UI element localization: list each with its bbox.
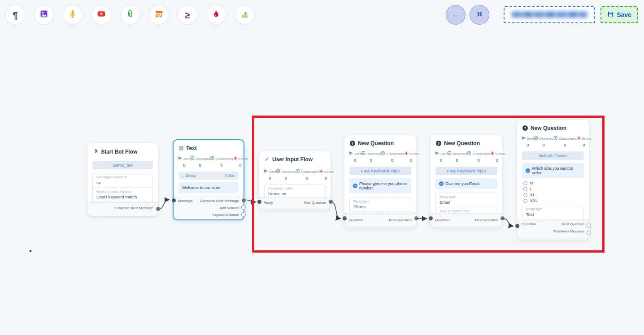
next-question-port[interactable] [414, 216, 418, 220]
stat-label: Delivered [281, 170, 296, 174]
flow-name-input[interactable] [504, 6, 595, 23]
image-element-button[interactable] [34, 5, 54, 25]
field-value: Email [439, 200, 493, 205]
node-user-input-flow[interactable]: User Input Flow Sent0 Delivered0 Subscri… [259, 151, 331, 210]
save-button[interactable]: Save [600, 6, 638, 23]
output-label: Compose Next Message [200, 199, 239, 203]
thankyou-message-port[interactable] [587, 231, 591, 235]
paperclip-icon [126, 9, 135, 20]
matching-type-field[interactable]: Keyword matching type Exact keyword matc… [93, 188, 152, 202]
next-question-port[interactable] [587, 223, 591, 228]
stat-label: Errors [239, 157, 248, 161]
subscribers-icon [296, 169, 300, 174]
delivered-icon [361, 151, 366, 156]
keyboard-button-port[interactable] [241, 212, 246, 217]
option-xl[interactable]: XL [523, 193, 583, 197]
node-title: Text [186, 145, 197, 151]
field-value: Demo_sv [268, 191, 322, 196]
add-buttons-port[interactable] [241, 205, 246, 210]
message-text-box[interactable]: Welcome to our store. [178, 182, 239, 193]
subscribers-icon [381, 151, 385, 156]
input-label: Reply [264, 201, 273, 205]
input-type-button[interactable]: Multiple Choice [522, 151, 584, 160]
sent-icon [178, 156, 183, 161]
node-text[interactable]: Text Sent0 Delivered0 Subscribers0 Error… [173, 139, 244, 220]
question-message-box[interactable]: ?Give me you Email. [435, 178, 497, 189]
option-l[interactable]: L [523, 187, 583, 191]
drip-element-button[interactable] [206, 5, 226, 25]
question-input-port[interactable] [515, 224, 519, 228]
stat-value: 0 [435, 158, 447, 163]
delay-value: 0 Sec [225, 173, 235, 178]
option-label: L [530, 187, 532, 191]
delay-setting[interactable]: .. Delay 0 Sec [178, 172, 239, 180]
question-message-box[interactable]: ?Please give me you phone number. [349, 178, 411, 193]
save-button-label: Save [617, 11, 631, 18]
store-element-button[interactable] [149, 5, 169, 25]
stats-row: Sent0 Delivered0 Subscribers0 Errors0 [174, 154, 244, 168]
back-button[interactable]: ← [446, 5, 466, 25]
compose-next-message-port[interactable] [242, 198, 246, 202]
radio-icon [523, 199, 527, 203]
option-xxl[interactable]: XXL [523, 198, 583, 203]
node-start-bot-flow[interactable]: Start Bot Flow Demo_bot Bot trigger keyw… [87, 143, 158, 216]
save-icon [607, 11, 614, 19]
stat-label: Errors [409, 152, 418, 156]
question-icon: ? [350, 141, 355, 146]
delivered-icon [190, 156, 195, 161]
stack-element-button[interactable] [235, 5, 255, 25]
delivered-icon [447, 151, 452, 156]
edge-text-to-userinput [244, 200, 256, 202]
radio-icon [523, 181, 527, 185]
question-input-port[interactable] [343, 216, 347, 220]
input-type-button[interactable]: Free Keyboard Input [349, 167, 411, 175]
compose-next-message-port[interactable] [156, 207, 160, 211]
trigger-keywords-field[interactable]: Bot trigger keywords sv [93, 173, 152, 188]
reply-input-port[interactable] [257, 200, 261, 204]
reply-type-field[interactable]: Reply type Email [436, 193, 497, 207]
output-label: Next Question [389, 218, 412, 222]
stat-label: Sent [527, 137, 534, 141]
message-content: Which size you want to order. [532, 166, 580, 175]
stat-value: 0 [349, 158, 361, 163]
stat-label: Subscribers [386, 152, 404, 156]
node-new-question-3[interactable]: ? New Question Sent0 Delivered0 Subscrib… [517, 120, 589, 240]
input-label: Message [178, 199, 192, 203]
campaign-name-field[interactable]: Campaign name Demo_sv [265, 185, 325, 198]
writing-hand-icon [265, 156, 270, 163]
sequence-element-button[interactable]: ≥ [178, 5, 197, 25]
node-title: New Question [358, 140, 394, 146]
reply-type-field[interactable]: Reply type Phone [350, 198, 411, 212]
reply-type-field[interactable]: Reply type Text [522, 205, 583, 219]
stat-value: 0 [319, 176, 333, 180]
fit-view-button[interactable] [470, 5, 489, 25]
field-value: sv [96, 180, 149, 185]
next-question-port[interactable] [500, 216, 505, 220]
video-element-button[interactable] [91, 5, 111, 25]
question-message-box[interactable]: ?Which size you want to order. [522, 163, 584, 178]
node-new-question-2[interactable]: ? New Question Sent0 Delivered0 Subscrib… [431, 135, 502, 228]
choice-options: M L XL XXL [523, 181, 583, 203]
stat-value: 0 [178, 163, 190, 168]
message-content: Please give me you phone number. [359, 181, 408, 190]
audio-element-button[interactable] [63, 5, 83, 25]
file-element-button[interactable] [120, 5, 140, 25]
stat-value: 0 [190, 163, 210, 168]
field-value: Phone [353, 204, 407, 209]
stat-label: Delivered [366, 152, 381, 156]
option-m[interactable]: M [523, 181, 583, 185]
text-element-button[interactable]: ¶ [5, 5, 25, 25]
stat-value: 0 [404, 158, 418, 163]
node-new-question-1[interactable]: ? New Question Sent0 Delivered0 Subscrib… [344, 135, 416, 228]
message-input-port[interactable] [172, 198, 176, 202]
option-label: XL [530, 193, 535, 197]
stat-label: Subscribers [301, 170, 319, 174]
droplet-icon [212, 9, 220, 20]
field-label: Bot trigger keywords [96, 175, 149, 179]
first-question-port[interactable] [329, 200, 333, 204]
stat-label: Subscribers [472, 152, 490, 156]
question-mark-icon: ? [353, 184, 357, 188]
question-input-port[interactable] [429, 216, 433, 220]
input-type-button[interactable]: Free Keyboard Input [435, 167, 497, 175]
bot-select-button[interactable]: Demo_bot [92, 161, 153, 169]
